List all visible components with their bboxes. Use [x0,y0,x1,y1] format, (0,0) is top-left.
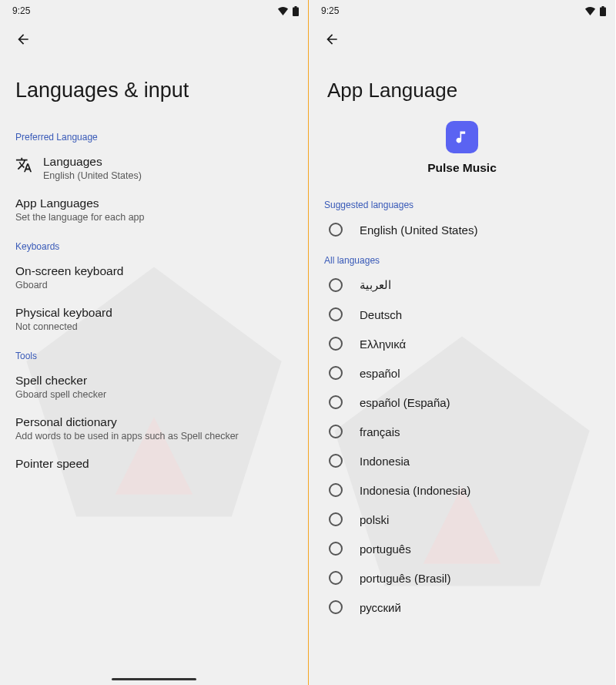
item-pointer-speed[interactable]: Pointer speed [0,449,308,480]
language-option[interactable]: العربية [309,270,615,300]
toolbar [309,18,615,52]
language-label: português [360,542,411,556]
language-label: português (Brasil) [360,572,450,585]
language-option[interactable]: English (United States) [309,215,615,244]
page-title: Languages & input [0,52,308,121]
translate-icon [15,156,32,176]
item-languages[interactable]: Languages English (United States) [0,147,308,189]
radio-icon [329,223,343,237]
radio-icon [329,542,343,556]
radio-icon [329,278,343,292]
item-sub: Gboard spell checker [15,389,293,400]
language-option[interactable]: português (Brasil) [309,563,615,593]
svg-rect-2 [293,7,299,16]
item-physical-keyboard[interactable]: Physical keyboard Not connected [0,298,308,340]
radio-icon [329,571,343,585]
item-title: Personal dictionary [15,415,293,431]
section-header-keyboards: Keyboards [0,230,308,257]
section-header-preferred: Preferred Language [0,121,308,147]
battery-icon [600,6,606,16]
language-option[interactable]: Indonesia (Indonesia) [309,475,615,505]
item-title: Pointer speed [15,457,293,472]
radio-icon [329,425,343,438]
item-title: App Languages [15,196,293,212]
language-label: русский [360,601,401,614]
language-label: español [360,367,400,380]
language-label: Ελληνικά [360,337,406,351]
status-time: 9:25 [321,5,339,16]
radio-icon [329,512,343,526]
language-option[interactable]: Indonesia [309,446,615,475]
language-option[interactable]: Ελληνικά [309,329,615,358]
screen-languages-input: 9:25 Languages & input Preferred Languag… [0,0,308,685]
language-label: español (España) [360,396,450,409]
back-arrow-icon [324,32,340,47]
wifi-icon [277,6,289,15]
page-title: App Language [309,52,615,116]
radio-icon [329,366,343,380]
item-sub: Gboard [15,280,293,290]
language-option[interactable]: português [309,534,615,563]
language-label: polski [360,513,389,526]
radio-icon [329,395,343,409]
item-title: Spell checker [15,374,293,389]
section-header-tools: Tools [0,340,308,366]
app-header: Pulse Music [309,116,615,189]
svg-rect-3 [295,6,297,8]
language-label: Indonesia [360,455,410,468]
all-languages-list: العربيةDeutschΕλληνικάespañolespañol (Es… [309,270,615,622]
item-title: On-screen keyboard [15,264,293,280]
item-sub: Set the language for each app [15,212,293,223]
home-indicator[interactable] [112,678,196,680]
status-time: 9:25 [12,5,30,16]
language-option[interactable]: Deutsch [309,300,615,329]
radio-icon [329,600,343,614]
item-sub: Add words to be used in apps such as Spe… [15,431,293,442]
language-label: العربية [360,278,391,292]
item-onscreen-keyboard[interactable]: On-screen keyboard Gboard [0,257,308,298]
svg-rect-6 [600,7,606,16]
language-option[interactable]: español (España) [309,388,615,417]
music-icon [454,129,470,145]
item-title: Languages [43,155,142,170]
suggested-list: English (United States) [309,215,615,244]
language-option[interactable]: español [309,358,615,388]
radio-icon [329,337,343,351]
item-app-languages[interactable]: App Languages Set the language for each … [0,189,308,230]
language-option[interactable]: polski [309,505,615,534]
section-header-all: All languages [309,244,615,270]
language-option[interactable]: français [309,417,615,446]
status-bar: 9:25 [0,0,308,18]
language-label: Indonesia (Indonesia) [360,484,470,497]
svg-rect-7 [602,6,604,8]
item-title: Physical keyboard [15,306,293,321]
back-button[interactable] [11,27,35,52]
back-button[interactable] [320,27,344,52]
radio-icon [329,483,343,497]
item-personal-dictionary[interactable]: Personal dictionary Add words to be used… [0,408,308,449]
toolbar [0,18,308,52]
language-label: français [360,425,400,438]
item-sub: English (United States) [43,170,142,181]
app-name: Pulse Music [427,161,497,175]
radio-icon [329,454,343,468]
screen-app-language: 9:25 App Language Pulse Music Suggested … [308,0,615,685]
section-header-suggested: Suggested languages [309,189,615,215]
radio-icon [329,307,343,321]
item-spell-checker[interactable]: Spell checker Gboard spell checker [0,366,308,408]
language-label: Deutsch [360,308,402,321]
battery-icon [293,6,299,16]
status-bar: 9:25 [309,0,615,18]
language-option[interactable]: русский [309,593,615,622]
item-sub: Not connected [15,321,293,332]
wifi-icon [584,6,596,15]
language-label: English (United States) [360,223,477,237]
app-icon [446,121,478,153]
back-arrow-icon [15,32,31,47]
